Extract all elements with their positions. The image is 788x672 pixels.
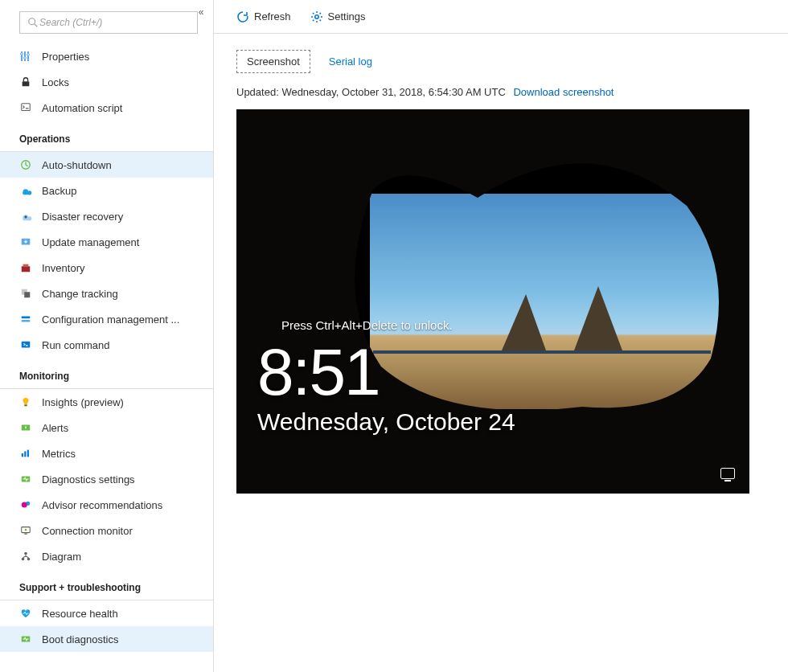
sidebar-item-configuration-management[interactable]: Configuration management ... — [0, 306, 213, 332]
sidebar-item-label: Change tracking — [42, 288, 118, 300]
sidebar-item-label: Run command — [42, 339, 110, 351]
sidebar-item-change-tracking[interactable]: Change tracking — [0, 281, 213, 306]
sidebar-item-resource-health[interactable]: Resource health — [0, 600, 213, 626]
sidebar-item-label: Diagnostics settings — [42, 473, 135, 486]
search-input[interactable] — [39, 17, 191, 28]
insights-icon — [19, 395, 32, 408]
svg-point-34 — [314, 14, 318, 18]
sidebar-item-label: Properties — [42, 51, 89, 63]
sidebar-item-label: Disaster recovery — [42, 211, 123, 223]
svg-rect-15 — [24, 292, 30, 297]
svg-point-7 — [27, 54, 30, 56]
sidebar-item-label: Backup — [42, 185, 76, 197]
sidebar-item-diagram[interactable]: Diagram — [0, 543, 213, 569]
sidebar-item-backup[interactable]: Backup — [0, 178, 213, 203]
svg-point-30 — [24, 552, 27, 555]
sidebar-item-alerts[interactable]: Alerts — [0, 415, 213, 440]
sidebar-item-label: Alerts — [42, 422, 68, 434]
search-wrap — [0, 0, 213, 40]
sidebar: « PropertiesLocksAutomation script Opera… — [0, 0, 214, 672]
sidebar-item-label: Inventory — [42, 262, 84, 274]
sidebar-item-label: Locks — [42, 76, 69, 88]
collapse-sidebar-button[interactable]: « — [194, 5, 208, 19]
sidebar-item-label: Auto-shutdown — [42, 159, 112, 171]
search-icon — [27, 16, 39, 29]
svg-rect-9 — [22, 104, 31, 111]
advisor-icon — [19, 498, 32, 511]
svg-rect-13 — [23, 264, 29, 267]
svg-point-0 — [29, 18, 35, 25]
svg-rect-35 — [373, 350, 711, 354]
section-header-support-troubleshooting: Support + troubleshooting — [0, 569, 213, 598]
sidebar-item-run-command[interactable]: Run command — [0, 332, 213, 358]
section-header-operations: Operations — [0, 121, 213, 150]
svg-rect-19 — [24, 405, 27, 407]
svg-point-5 — [21, 53, 23, 55]
gear-icon — [310, 10, 323, 23]
sidebar-item-metrics[interactable]: Metrics — [0, 440, 213, 466]
lockscreen-date: Wednesday, October 24 — [257, 408, 515, 436]
tab-screenshot[interactable]: Screenshot — [236, 50, 310, 73]
lockscreen-hint: Press Ctrl+Alt+Delete to unlock. — [281, 318, 453, 332]
refresh-icon — [236, 10, 249, 23]
svg-rect-17 — [22, 320, 31, 322]
settings-button[interactable]: Settings — [310, 10, 366, 23]
wallpaper-cave — [236, 109, 749, 494]
refresh-button[interactable]: Refresh — [236, 10, 291, 23]
sidebar-item-label: Automation script — [42, 102, 122, 114]
metrics-icon — [19, 447, 32, 460]
svg-rect-3 — [24, 51, 26, 61]
search-box[interactable] — [19, 11, 198, 34]
svg-rect-28 — [24, 534, 27, 535]
refresh-label: Refresh — [254, 10, 291, 23]
nav-scroll[interactable]: PropertiesLocksAutomation script Operati… — [0, 43, 213, 672]
sidebar-item-connection-monitor[interactable]: Connection monitor — [0, 518, 213, 543]
svg-rect-12 — [22, 266, 31, 272]
sidebar-item-label: Update management — [42, 236, 139, 248]
svg-rect-4 — [27, 51, 29, 61]
sidebar-item-properties[interactable]: Properties — [0, 43, 213, 69]
status-timestamp: Wednesday, October 31, 2018, 6:54:30 AM … — [281, 86, 505, 98]
svg-rect-22 — [24, 451, 26, 457]
clock-icon — [19, 158, 32, 171]
sidebar-item-disaster-recovery[interactable]: Disaster recovery — [0, 203, 213, 229]
sidebar-item-auto-shutdown[interactable]: Auto-shutdown — [0, 152, 213, 178]
svg-point-32 — [27, 558, 31, 561]
tab-serial-log[interactable]: Serial log — [318, 50, 383, 73]
sidebar-item-label: Advisor recommendations — [42, 499, 162, 511]
sidebar-item-boot-diagnostics[interactable]: Boot diagnostics — [0, 626, 213, 652]
svg-point-26 — [26, 502, 30, 506]
update-icon — [19, 236, 32, 248]
sidebar-item-label: Resource health — [42, 608, 118, 620]
config-icon — [19, 313, 32, 326]
sidebar-item-locks[interactable]: Locks — [0, 69, 213, 95]
tabs: Screenshot Serial log — [214, 34, 788, 73]
svg-point-31 — [22, 558, 25, 561]
sidebar-item-update-management[interactable]: Update management — [0, 229, 213, 255]
lockscreen-time: 8:51 — [257, 334, 380, 410]
svg-rect-8 — [23, 81, 30, 86]
recovery-icon — [19, 210, 32, 223]
ease-of-access-icon — [720, 468, 735, 479]
sidebar-item-label: Boot diagnostics — [42, 633, 118, 645]
main-panel: Refresh Settings Screenshot Serial log U… — [214, 0, 788, 672]
sidebar-item-diagnostics-settings[interactable]: Diagnostics settings — [0, 466, 213, 492]
toolbar: Refresh Settings — [214, 0, 788, 34]
lock-icon — [19, 76, 32, 88]
vm-screenshot: Press Ctrl+Alt+Delete to unlock. 8:51 We… — [236, 109, 749, 494]
sidebar-item-insights-preview[interactable]: Insights (preview) — [0, 389, 213, 415]
diagram-icon — [19, 550, 32, 563]
sidebar-item-inventory[interactable]: Inventory — [0, 255, 213, 281]
change-icon — [19, 287, 32, 300]
sidebar-item-label: Configuration management ... — [42, 313, 179, 326]
content: Press Ctrl+Alt+Delete to unlock. 8:51 We… — [214, 109, 788, 494]
sidebar-item-automation-script[interactable]: Automation script — [0, 95, 213, 121]
status-prefix: Updated: — [236, 86, 281, 98]
download-screenshot-link[interactable]: Download screenshot — [513, 86, 614, 98]
properties-icon — [19, 50, 32, 63]
svg-point-29 — [25, 529, 27, 531]
sidebar-item-label: Connection monitor — [42, 525, 133, 537]
alerts-icon — [19, 421, 32, 434]
svg-point-6 — [24, 57, 27, 59]
sidebar-item-advisor-recommendations[interactable]: Advisor recommendations — [0, 492, 213, 518]
